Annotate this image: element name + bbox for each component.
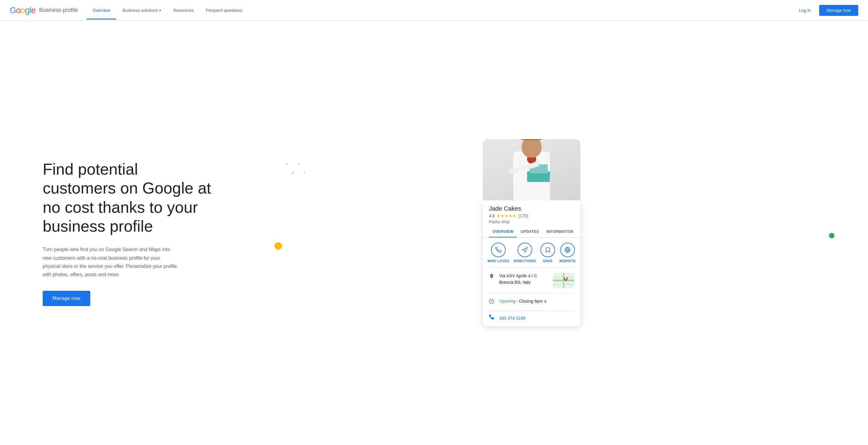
website-icon — [560, 243, 575, 257]
nav-actions: Log in Manage now — [796, 5, 858, 16]
business-photo — [483, 139, 580, 200]
review-count: (170) — [518, 213, 528, 218]
save-action[interactable]: SAVE — [540, 243, 555, 263]
directions-label: DIRECTIONS — [514, 259, 536, 263]
nav-link-overview[interactable]: Overview — [86, 1, 116, 20]
directions-icon — [518, 243, 532, 257]
chef-head — [522, 139, 542, 158]
card-tab-updates[interactable]: UPDATES — [517, 226, 542, 237]
chevron-down-icon: ▾ — [159, 8, 161, 12]
rating-stars: ★★★★★ — [497, 213, 516, 218]
nav-logo: Google Business profile — [10, 5, 78, 15]
who-loves-label: WHO LOVES — [487, 259, 509, 263]
google-logo: Google — [10, 5, 35, 15]
phone-icon — [489, 315, 494, 322]
save-icon — [540, 243, 555, 257]
card-header: Jade Cakes 4.6 ★★★★★ (170) Pastry shop — [483, 200, 580, 226]
hours-text: Opening · Closing 6pm ∨ — [499, 298, 574, 305]
address-row: Via XXV Aprile 4 / C Brescia BS, Italy — [483, 268, 580, 293]
hours-row: Opening · Closing 6pm ∨ — [483, 293, 580, 311]
svg-marker-16 — [522, 248, 527, 252]
phone-row: 340 374 5199 — [483, 311, 580, 326]
save-label: SAVE — [543, 259, 552, 263]
hero-section: Find potential customers on Google at no… — [0, 21, 868, 445]
card-rating: 4.6 ★★★★★ (170) — [489, 213, 574, 218]
svg-point-1 — [292, 172, 294, 174]
card-tab-reviews[interactable]: REVIEWS — [577, 226, 580, 237]
manage-now-button-nav[interactable]: Manage now — [819, 5, 858, 16]
website-label: WEBSITE — [559, 259, 576, 263]
navbar: Google Business profile Overview Busines… — [0, 0, 868, 21]
nav-brand: Business profile — [39, 7, 78, 13]
decorative-yellow-dot — [275, 242, 282, 250]
clock-icon — [489, 299, 494, 306]
website-action[interactable]: WEBSITE — [559, 243, 576, 263]
map-thumbnail — [553, 273, 574, 288]
chef-hair — [522, 139, 542, 140]
directions-action[interactable]: DIRECTIONS — [514, 243, 536, 263]
card-tab-overview[interactable]: OVERVIEW — [489, 226, 517, 237]
location-icon — [489, 274, 494, 280]
business-card: Jade Cakes 4.6 ★★★★★ (170) Pastry shop O… — [483, 200, 580, 326]
business-card-container: Jade Cakes 4.6 ★★★★★ (170) Pastry shop O… — [477, 139, 580, 326]
manage-now-button-hero[interactable]: Manage now — [43, 291, 90, 306]
svg-point-2 — [298, 163, 300, 165]
business-type: Pastry shop — [489, 219, 574, 224]
nav-links: Overview Business solutions ▾ Resources … — [86, 1, 795, 20]
who-loves-icon — [491, 243, 506, 257]
svg-point-3 — [304, 172, 305, 174]
login-button[interactable]: Log in — [796, 5, 814, 15]
hero-left: Find potential customers on Google at no… — [43, 160, 214, 306]
rating-number: 4.6 — [489, 213, 495, 218]
decorative-green-dot — [829, 233, 834, 239]
svg-point-0 — [286, 163, 288, 165]
hero-right: Jade Cakes 4.6 ★★★★★ (170) Pastry shop O… — [214, 139, 844, 326]
card-actions: WHO LOVES DIRECTIONS SAVE — [483, 238, 580, 267]
svg-point-24 — [565, 277, 567, 279]
nav-link-business-solutions[interactable]: Business solutions ▾ — [117, 1, 167, 20]
nav-link-frequent-questions[interactable]: Frequent questions — [200, 1, 249, 20]
hero-title: Find potential customers on Google at no… — [43, 160, 214, 236]
decorative-dots-svg — [214, 139, 305, 185]
phone-number: 340 374 5199 — [499, 316, 526, 321]
address-text: Via XXV Aprile 4 / C Brescia BS, Italy — [499, 273, 548, 286]
nav-link-resources[interactable]: Resources — [167, 1, 200, 20]
hero-subtitle: Turn people who find you on Google Searc… — [43, 245, 177, 279]
who-loves-action[interactable]: WHO LOVES — [487, 243, 509, 263]
opening-label: Opening — [499, 299, 516, 304]
card-tab-information[interactable]: INFORMATION — [542, 226, 577, 237]
business-name: Jade Cakes — [489, 205, 574, 212]
card-tabs: OVERVIEW UPDATES INFORMATION REVIEWS — [483, 226, 580, 238]
